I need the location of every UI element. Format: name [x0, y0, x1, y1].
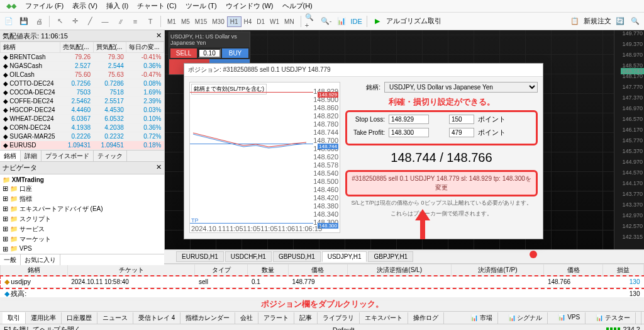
symbol-row[interactable]: ◆ EURUSD1.094311.094510.18%	[1, 141, 164, 150]
chart-tab[interactable]: USDCHF,H1	[225, 251, 272, 262]
symbol-row[interactable]: ◆ NGASCash2.5272.5440.36%	[1, 62, 164, 71]
nav-tabs[interactable]: 一般お気に入り	[0, 254, 164, 265]
app-icon: ◆◆	[3, 1, 20, 11]
zoom-out-icon[interactable]: 🔍-	[320, 15, 333, 28]
dialog-note: これらはブローカー側で処理されます。	[345, 210, 538, 218]
cursor-icon[interactable]: ↖	[53, 15, 66, 28]
status-profile: Default	[333, 326, 355, 331]
menu-item[interactable]: ウインドウ (W)	[222, 0, 277, 12]
terminal-tab[interactable]: 操作ログ	[408, 312, 444, 324]
nav-item[interactable]: ⊞📁 指標	[1, 194, 163, 204]
close-icon[interactable]: ✕	[156, 31, 162, 40]
buy-button[interactable]: BUY	[222, 48, 248, 58]
sl-input[interactable]	[389, 115, 429, 124]
dialog-mini-chart: 銘柄まで有効(SL/TPを含む) 148.929148.900148.86014…	[189, 82, 340, 233]
timeframe-H4[interactable]: H4	[242, 17, 255, 26]
statusbar: F1を押してヘルプを開く Default ▮▮▮▮ 234.2	[0, 324, 644, 330]
chart-tab[interactable]: EURUSD,H1	[176, 251, 224, 262]
chart-tab[interactable]: GBPJPY,H1	[368, 251, 413, 262]
symbol-row[interactable]: ◆ SUGAR-MAR250.22260.22320.72%	[1, 132, 164, 141]
timeframe-M5[interactable]: M5	[179, 17, 192, 26]
refresh-icon[interactable]: 🔄	[614, 15, 626, 28]
watch-tabs[interactable]: 銘柄詳細プライスボードティック	[0, 150, 164, 161]
nav-item[interactable]: ⊞📁 サービス	[1, 224, 163, 234]
terminal-tab[interactable]: 記事	[294, 312, 318, 324]
terminal-tab[interactable]: 受信トレイ 4	[133, 312, 180, 324]
terminal-tab[interactable]: エキスパート	[360, 312, 408, 324]
navigator-tree[interactable]: 📁 XMTrading⊞📁 口座⊞📁 指標⊞📁 エキスパートアドバイザ (EA)…	[0, 174, 164, 254]
nav-item[interactable]: ⊞📁 スクリプト	[1, 214, 163, 224]
menu-item[interactable]: チャート (C)	[133, 0, 180, 12]
annotation-arrow	[415, 209, 430, 239]
nav-item[interactable]: ⊞📁 エキスパートアドバイザ (EA)	[1, 204, 163, 214]
timeframe-W1[interactable]: W1	[267, 17, 282, 26]
algo-trade-button[interactable]: アルゴリズム取引	[386, 16, 441, 26]
fib-icon[interactable]: ≡	[129, 15, 142, 28]
timeframe-M15[interactable]: M15	[192, 17, 209, 26]
tp-points-input[interactable]	[449, 128, 474, 137]
ide-button[interactable]: IDE	[350, 15, 363, 28]
symbol-row[interactable]: ◆ COFFE-DEC242.54622.55172.39%	[1, 97, 164, 106]
new-order-button[interactable]: 新規注文	[584, 16, 611, 26]
timeframe-M30[interactable]: M30	[209, 17, 226, 26]
save-icon[interactable]: 💾	[18, 15, 30, 28]
symbol-row[interactable]: ◆ OILCash75.6075.63-0.47%	[1, 71, 164, 79]
menu-item[interactable]: ファイル (F)	[21, 0, 67, 12]
print-icon[interactable]: 🖨	[33, 15, 45, 28]
terminal-tab[interactable]: 運用比率	[26, 312, 62, 324]
menu-item[interactable]: ツール (T)	[182, 0, 221, 12]
sl-points-input[interactable]	[449, 115, 474, 124]
channel-icon[interactable]: ⫽	[114, 15, 126, 28]
terminal-tab[interactable]: 取引	[3, 312, 26, 324]
lot-input[interactable]	[198, 48, 221, 58]
symbol-row[interactable]: ◆ COCOA-DEC24750375181.69%	[1, 88, 164, 97]
dialog-title: ポジション: #318250885 sell 0.1 USDJPY 148.77…	[184, 64, 543, 77]
chart-tab[interactable]: GBPUSD,H1	[273, 251, 321, 262]
search-icon[interactable]: 🔍	[629, 15, 641, 28]
menu-item[interactable]: 挿入 (I)	[103, 0, 132, 12]
terminal-tab[interactable]: ライブラリ	[318, 312, 360, 324]
text-icon[interactable]: T	[144, 15, 157, 28]
sell-button[interactable]: SELL	[170, 48, 197, 58]
nav-item[interactable]: ⊞📁 マーケット	[1, 234, 163, 244]
menubar: ◆◆ ファイル (F)表示 (V)挿入 (I)チャート (C)ツール (T)ウイ…	[0, 0, 644, 13]
new-file-icon[interactable]: 📄	[3, 15, 15, 28]
symbol-row[interactable]: ◆ CORN-DEC244.19384.20380.36%	[1, 123, 164, 132]
symbol-row[interactable]: ◆ BRENTCash79.2679.30-0.41%	[1, 53, 164, 62]
main-toolbar: 📄 💾 🖨 ↖ ✛ ╱ — ⫽ ≡ T M1M5M15M30H1H4D1W1MN…	[0, 13, 644, 30]
play-icon[interactable]: ▶	[371, 15, 384, 28]
timeframe-H1[interactable]: H1	[227, 16, 242, 27]
tp-input[interactable]	[389, 128, 429, 137]
close-icon[interactable]: ✕	[156, 163, 162, 173]
timeframe-D1[interactable]: D1	[254, 17, 267, 26]
terminal-tabs[interactable]: 取引運用比率口座履歴ニュース受信トレイ 4指標カレンダー会社アラート記事ライブラ…	[0, 311, 644, 324]
watch-title: 気配値表示: 11:06:15	[3, 31, 68, 40]
timeframe-M1[interactable]: M1	[165, 17, 179, 26]
position-row[interactable]: ◆ usdjpy 2024.10.11 10:58:40 sell 0.1 14…	[1, 276, 644, 288]
timeframe-MN[interactable]: MN	[282, 17, 297, 26]
annotation-text: ポジション欄をダブルクリック。	[0, 297, 644, 311]
zoom-in-icon[interactable]: 🔍+	[305, 15, 318, 28]
nav-item[interactable]: ⊞📁 口座	[1, 184, 163, 194]
market-watch-table[interactable]: 銘柄売気配(...買気配(...毎日の変...◆ BRENTCash79.267…	[0, 42, 164, 150]
new-order-icon[interactable]: 📋	[569, 15, 581, 28]
symbol-row[interactable]: ◆ WHEAT-DEC246.03676.05320.10%	[1, 115, 164, 123]
nav-item[interactable]: ⊞📁 VPS	[1, 244, 163, 253]
terminal-tab[interactable]: 指標カレンダー	[180, 312, 235, 324]
terminal-tab[interactable]: アラート	[258, 312, 294, 324]
symbol-select[interactable]: USDJPY, US Dollar vs Japanese Yen	[384, 82, 538, 93]
terminal-tab[interactable]: ニュース	[97, 312, 133, 324]
terminal-tab[interactable]: 口座履歴	[62, 312, 97, 324]
symbol-row[interactable]: ◆ HGCOP-DEC244.44604.45300.03%	[1, 106, 164, 115]
crosshair-icon[interactable]: ✛	[69, 15, 81, 28]
positions-panel[interactable]: 銘柄チケットタイプ数量価格決済逆指値(S/L)決済指値(T/P)価格損益 ◆ u…	[0, 263, 644, 297]
terminal-tab[interactable]: 会社	[235, 312, 258, 324]
chart-type-icon[interactable]: 📊	[335, 15, 348, 28]
modify-button[interactable]: #318250885 sell 0.1 USDJPY 148.779 sl: 1…	[345, 170, 538, 196]
menu-item[interactable]: 表示 (V)	[69, 0, 101, 12]
line-icon[interactable]: ╱	[84, 15, 96, 28]
symbol-row[interactable]: ◆ COTTO-DEC240.72560.72860.08%	[1, 79, 164, 88]
hline-icon[interactable]: —	[99, 15, 111, 28]
menu-item[interactable]: ヘルプ(H)	[279, 0, 316, 12]
chart-tab[interactable]: USDJPY,H1	[322, 251, 367, 262]
